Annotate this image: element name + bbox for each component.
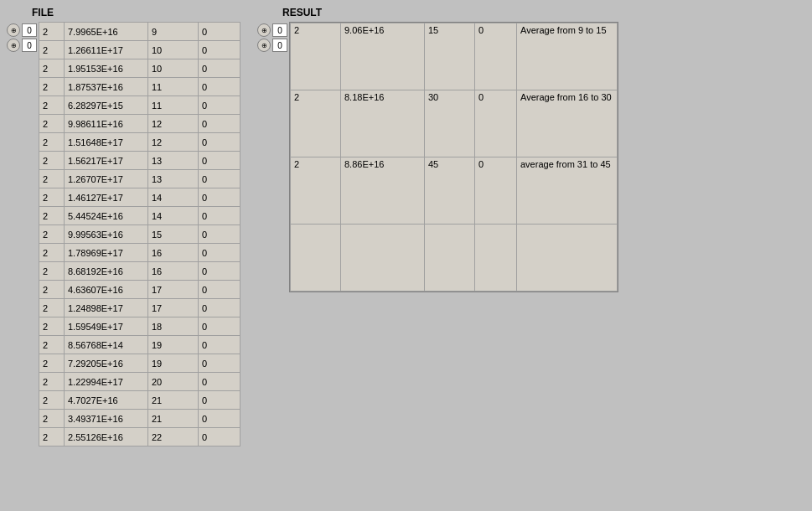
table-cell: 2.55126E+16 xyxy=(65,428,148,446)
table-cell: 1.26611E+17 xyxy=(65,41,148,59)
table-cell: 0 xyxy=(199,225,240,244)
table-cell: 0 xyxy=(199,170,240,188)
table-row: 27.9965E+1690 xyxy=(39,23,240,41)
table-cell: 2 xyxy=(291,23,341,90)
result-spinner-2-value[interactable]: 0 xyxy=(272,39,287,52)
table-row: 21.26707E+17130 xyxy=(39,170,240,188)
table-cell: 2 xyxy=(39,207,65,225)
table-cell: 0 xyxy=(199,188,240,207)
table-cell: 2 xyxy=(39,391,65,410)
table-cell: 5.44524E+16 xyxy=(65,207,148,225)
table-cell: 9.06E+16 xyxy=(341,23,425,90)
table-cell xyxy=(425,225,475,292)
result-spinner-1[interactable]: ⊕ 0 xyxy=(257,23,287,37)
table-cell: 2 xyxy=(39,244,65,262)
table-cell xyxy=(517,225,618,292)
table-cell: 2 xyxy=(39,281,65,299)
table-cell: 0 xyxy=(199,133,240,152)
table-cell: 8.56768E+14 xyxy=(65,336,148,354)
table-cell: 8.68192E+16 xyxy=(65,262,148,281)
table-row: 26.28297E+15110 xyxy=(39,96,240,115)
file-spinner-2-icon[interactable]: ⊕ xyxy=(7,39,20,52)
table-cell: 0 xyxy=(199,41,240,59)
table-cell xyxy=(291,225,341,292)
table-cell: Average from 9 to 15 xyxy=(517,23,618,90)
table-cell: 0 xyxy=(199,428,240,446)
file-spinner-2[interactable]: ⊕ 0 xyxy=(7,39,37,52)
table-cell: 2 xyxy=(39,170,65,188)
table-cell: 1.22994E+17 xyxy=(65,373,148,391)
table-cell: 8.86E+16 xyxy=(341,157,425,225)
file-spinner-1-icon[interactable]: ⊕ xyxy=(7,23,20,37)
table-row: 28.56768E+14190 xyxy=(39,336,240,354)
table-cell: 7.9965E+16 xyxy=(65,23,148,41)
table-row: 21.46127E+17140 xyxy=(39,188,240,207)
table-cell: 2 xyxy=(39,373,65,391)
table-cell: 0 xyxy=(199,336,240,354)
table-row: 21.22994E+17200 xyxy=(39,373,240,391)
table-cell: 0 xyxy=(475,23,517,90)
table-row: 29.99563E+16150 xyxy=(39,225,240,244)
file-spinner-2-value[interactable]: 0 xyxy=(22,39,37,52)
result-spinner-2[interactable]: ⊕ 0 xyxy=(257,39,287,52)
file-spinner-1-value[interactable]: 0 xyxy=(22,23,37,37)
table-row: 28.68192E+16160 xyxy=(39,262,240,281)
file-section: FILE ⊕ 0 ⊕ 0 27.9965E+169021.26611E+1710… xyxy=(7,7,240,504)
table-cell: 2 xyxy=(291,90,341,157)
table-cell: 45 xyxy=(425,157,475,225)
table-cell: 1.46127E+17 xyxy=(65,188,148,207)
table-cell: 0 xyxy=(199,262,240,281)
table-cell: 0 xyxy=(199,281,240,299)
table-cell: 1.24898E+17 xyxy=(65,299,148,317)
table-cell: 2 xyxy=(39,59,65,78)
table-cell: 2 xyxy=(39,410,65,428)
table-cell: average from 31 to 45 xyxy=(517,157,618,225)
table-cell: 4.63607E+16 xyxy=(65,281,148,299)
result-spinner-1-value[interactable]: 0 xyxy=(272,23,287,37)
table-row: 21.78969E+17160 xyxy=(39,244,240,262)
table-cell: 14 xyxy=(148,188,199,207)
table-cell: Average from 16 to 30 xyxy=(517,90,618,157)
table-cell: 13 xyxy=(148,170,199,188)
table-cell: 2 xyxy=(39,428,65,446)
file-table-wrapper: 27.9965E+169021.26611E+1710021.95153E+16… xyxy=(39,22,240,499)
table-cell: 20 xyxy=(148,373,199,391)
table-cell: 19 xyxy=(148,336,199,354)
result-table: 29.06E+16150Average from 9 to 1528.18E+1… xyxy=(290,23,618,292)
table-cell: 0 xyxy=(475,157,517,225)
table-cell: 11 xyxy=(148,96,199,115)
table-cell: 1.26707E+17 xyxy=(65,170,148,188)
table-cell: 6.28297E+15 xyxy=(65,96,148,115)
table-cell: 12 xyxy=(148,133,199,152)
table-cell: 0 xyxy=(199,23,240,41)
table-cell xyxy=(341,225,425,292)
result-spinners: ⊕ 0 ⊕ 0 xyxy=(257,23,287,52)
result-spinner-1-icon[interactable]: ⊕ xyxy=(257,23,271,37)
table-cell: 2 xyxy=(39,188,65,207)
table-cell: 16 xyxy=(148,262,199,281)
table-row: 28.86E+16450average from 31 to 45 xyxy=(291,157,618,225)
table-cell: 9.99563E+16 xyxy=(65,225,148,244)
table-row: 24.7027E+16210 xyxy=(39,391,240,410)
table-row: 21.95153E+16100 xyxy=(39,59,240,78)
table-row: 27.29205E+16190 xyxy=(39,354,240,373)
table-cell: 15 xyxy=(148,225,199,244)
table-row: 23.49371E+16210 xyxy=(39,410,240,428)
table-row: 29.98611E+16120 xyxy=(39,115,240,133)
file-table: 27.9965E+169021.26611E+1710021.95153E+16… xyxy=(39,22,240,446)
table-cell: 8.18E+16 xyxy=(341,90,425,157)
table-row: 21.51648E+17120 xyxy=(39,133,240,152)
table-cell: 0 xyxy=(199,410,240,428)
file-spinners: ⊕ 0 ⊕ 0 xyxy=(7,23,37,52)
table-cell: 0 xyxy=(199,373,240,391)
result-spinner-2-icon[interactable]: ⊕ xyxy=(257,39,271,52)
table-cell: 2 xyxy=(39,317,65,336)
table-cell: 13 xyxy=(148,152,199,170)
table-cell: 22 xyxy=(148,428,199,446)
table-row xyxy=(291,225,618,292)
table-cell: 0 xyxy=(199,299,240,317)
file-spinner-1[interactable]: ⊕ 0 xyxy=(7,23,37,37)
table-cell: 1.56217E+17 xyxy=(65,152,148,170)
table-cell: 2 xyxy=(39,115,65,133)
table-cell: 15 xyxy=(425,23,475,90)
